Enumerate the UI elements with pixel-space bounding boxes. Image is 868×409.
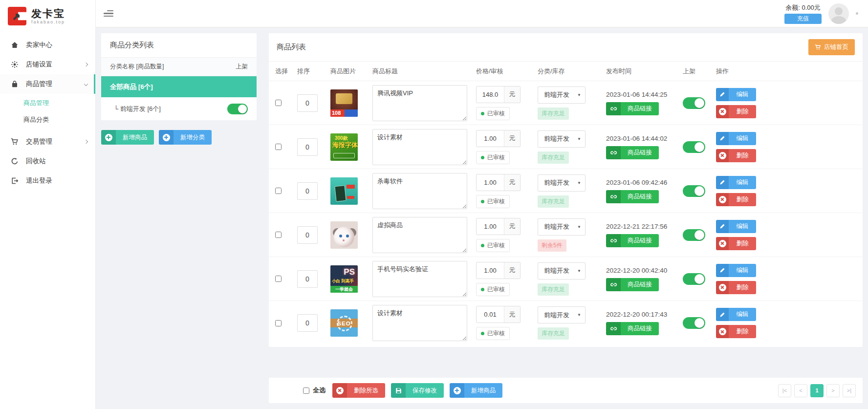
shelf-toggle[interactable]	[683, 97, 705, 109]
row-checkbox[interactable]	[275, 320, 282, 326]
shelf-toggle[interactable]	[683, 141, 705, 153]
stock-badge: 库存充足	[538, 108, 569, 120]
price-input[interactable]	[477, 306, 504, 323]
publish-date: 2022-12-20 00:17:43	[606, 311, 667, 318]
category-name-col: 分类名称 [商品数量]	[110, 63, 236, 71]
category-select[interactable]: 前端开发 ▼	[538, 86, 586, 104]
row-checkbox[interactable]	[275, 144, 282, 150]
price-input[interactable]	[477, 130, 504, 147]
product-title-input[interactable]: 腾讯视频VIP	[372, 85, 467, 121]
table-row: PS 小白 到高手 一学就会 手机号码实名验证 元 已审核 前端开发 ▼ 库存充…	[269, 257, 863, 301]
product-link-button[interactable]: 商品链接	[606, 234, 659, 247]
link-icon	[606, 102, 621, 115]
save-changes-button[interactable]: 保存修改	[391, 383, 444, 398]
tree-branch-glyph: └	[114, 105, 118, 112]
sidebar-subitem-product-category[interactable]: 商品分类	[0, 111, 95, 128]
page-current-button[interactable]: 1	[810, 384, 824, 397]
product-link-button[interactable]: 商品链接	[606, 278, 659, 291]
category-row-all[interactable]: 全部商品 [6个]	[101, 76, 257, 97]
delete-button[interactable]: 删除	[716, 193, 756, 206]
sort-input[interactable]	[297, 182, 318, 200]
reviewed-badge: 已审核	[476, 195, 510, 208]
delete-button[interactable]: 删除	[716, 105, 756, 118]
edit-button[interactable]: 编辑	[716, 264, 756, 277]
delete-button[interactable]: 删除	[716, 149, 756, 162]
edit-button[interactable]: 编辑	[716, 132, 756, 145]
product-title-input[interactable]: 设计素材	[372, 129, 467, 165]
shelf-toggle[interactable]	[683, 317, 705, 329]
product-thumb: 300款 海报字体	[330, 133, 358, 161]
add-category-button[interactable]: 新增分类	[159, 130, 212, 145]
delete-selected-button[interactable]: 删除所选	[332, 383, 385, 398]
delete-button[interactable]: 删除	[716, 281, 756, 294]
category-select[interactable]: 前端开发 ▼	[538, 218, 586, 236]
sort-input[interactable]	[297, 314, 318, 332]
price-input[interactable]	[477, 218, 504, 235]
shelf-toggle[interactable]	[683, 185, 705, 197]
sort-input[interactable]	[297, 94, 318, 112]
row-checkbox[interactable]	[275, 188, 282, 194]
recharge-button[interactable]: 充值	[784, 14, 822, 24]
sidebar-item-trade-mgmt[interactable]: 交易管理	[0, 132, 95, 151]
select-all-checkbox[interactable]	[303, 387, 309, 394]
row-checkbox[interactable]	[275, 232, 282, 238]
product-link-button[interactable]: 商品链接	[606, 102, 659, 115]
price-input[interactable]	[477, 174, 504, 191]
page-prev-button[interactable]: <	[794, 384, 807, 397]
category-shelf-toggle[interactable]	[227, 104, 248, 114]
sidebar-item-logout[interactable]: 退出登录	[0, 171, 95, 191]
sort-input[interactable]	[297, 138, 318, 156]
sidebar-item-recycle-bin[interactable]: 回收站	[0, 151, 95, 171]
add-product-button[interactable]: 新增商品	[101, 130, 154, 145]
link-icon	[606, 278, 621, 291]
link-icon	[606, 322, 621, 335]
stock-badge: 库存充足	[538, 195, 569, 208]
edit-button[interactable]: 编辑	[716, 220, 756, 233]
category-select[interactable]: 前端开发 ▼	[538, 130, 586, 148]
row-checkbox[interactable]	[275, 276, 282, 282]
sidebar-item-product-mgmt[interactable]: 商品管理	[0, 74, 95, 94]
product-link-button[interactable]: 商品链接	[606, 190, 659, 203]
sidebar-item-seller-center[interactable]: 卖家中心	[0, 35, 95, 55]
brand: 发卡宝 fakabao.top	[0, 0, 95, 30]
delete-button[interactable]: 删除	[716, 237, 756, 250]
col-sort: 排序	[297, 67, 330, 76]
category-select[interactable]: 前端开发 ▼	[538, 306, 586, 323]
category-select[interactable]: 前端开发 ▼	[538, 262, 586, 280]
price-input[interactable]	[477, 86, 504, 103]
sort-input[interactable]	[297, 226, 318, 244]
page-next-button[interactable]: >	[826, 384, 840, 397]
product-title-input[interactable]: 虚拟商品	[372, 217, 467, 253]
shop-home-button[interactable]: 店铺首页	[808, 39, 855, 55]
product-link-button[interactable]: 商品链接	[606, 322, 659, 335]
pagination: |< < 1 > >|	[778, 384, 856, 397]
delete-button[interactable]: 删除	[716, 325, 756, 338]
chevron-right-icon	[84, 63, 88, 66]
page-last-button[interactable]: >|	[843, 384, 856, 397]
shelf-toggle[interactable]	[683, 273, 705, 285]
product-link-button[interactable]: 商品链接	[606, 146, 659, 159]
edit-button[interactable]: 编辑	[716, 88, 756, 101]
row-checkbox[interactable]	[275, 100, 282, 106]
price-input[interactable]	[477, 262, 504, 279]
hamburger-menu-icon[interactable]	[104, 9, 113, 19]
sort-input[interactable]	[297, 270, 318, 288]
sidebar-item-shop-settings[interactable]: 店铺设置	[0, 55, 95, 74]
add-product-button-footer[interactable]: 新增商品	[450, 383, 502, 398]
edit-button[interactable]: 编辑	[716, 176, 756, 189]
green-dot-icon	[481, 288, 484, 291]
product-title-input[interactable]: 杀毒软件	[372, 173, 467, 209]
product-title-input[interactable]: 手机号码实名验证	[372, 261, 467, 297]
product-title-input[interactable]: 设计素材	[372, 305, 467, 341]
user-dropdown-caret[interactable]	[856, 12, 858, 15]
col-shelf: 上架	[683, 67, 716, 76]
avatar[interactable]	[828, 3, 849, 24]
chevron-down-icon: ▼	[577, 225, 581, 229]
select-all[interactable]: 全选	[303, 386, 326, 395]
shelf-toggle[interactable]	[683, 229, 705, 241]
page-first-button[interactable]: |<	[778, 384, 791, 397]
category-select[interactable]: 前端开发 ▼	[538, 174, 586, 192]
edit-button[interactable]: 编辑	[716, 308, 756, 321]
category-row[interactable]: └ 前端开发 [6个]	[101, 97, 257, 120]
sidebar-subitem-product-mgmt[interactable]: 商品管理	[0, 95, 95, 111]
